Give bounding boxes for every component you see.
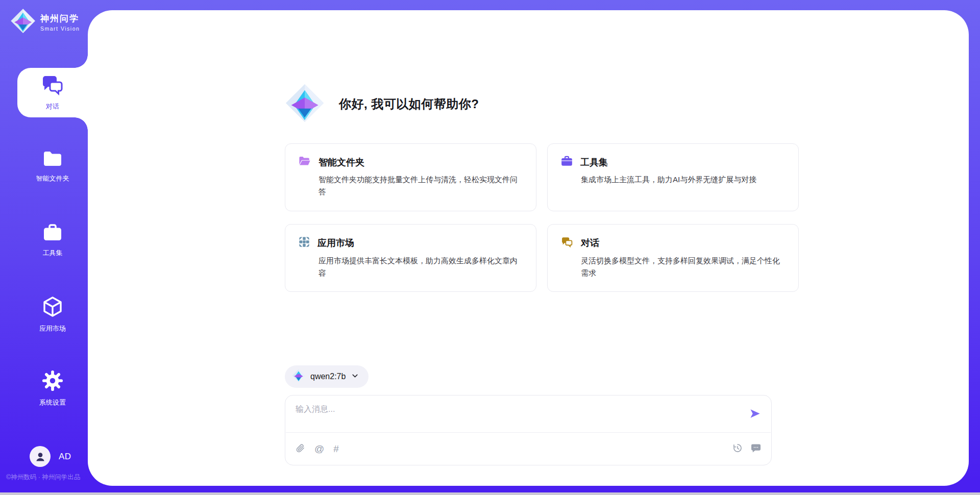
- avatar: [30, 446, 51, 467]
- sidebar-item-smart-folder[interactable]: 智能文件夹: [17, 142, 88, 191]
- sidebar-item-app-market[interactable]: 应用市场: [17, 290, 88, 339]
- new-chat-button[interactable]: [751, 443, 761, 455]
- content-column: 你好, 我可以如何帮助你? 智能文件夹 智能文件夹功能支持批量文件上传与清洗，轻…: [285, 10, 772, 486]
- greeting: 你好, 我可以如何帮助你?: [285, 83, 772, 125]
- window-bottom-edge: [0, 492, 980, 495]
- cube-icon: [42, 296, 63, 319]
- briefcase-icon: [561, 156, 573, 168]
- chevron-down-icon: [351, 372, 359, 382]
- card-title: 应用市场: [317, 237, 354, 249]
- card-title: 智能文件夹: [318, 156, 364, 168]
- history-button[interactable]: [732, 443, 743, 455]
- attach-file-button[interactable]: [296, 443, 305, 455]
- greeting-diamond-logo-icon: [285, 83, 325, 125]
- sidebar-item-label: 对话: [46, 102, 59, 111]
- brand-subtitle: Smart Vision: [40, 26, 80, 32]
- composer-toolbar: @ #: [285, 433, 771, 465]
- comment-icon: [751, 443, 761, 455]
- copyright-footer: ©神州数码 · 神州问学出品: [0, 473, 88, 492]
- briefcase-icon: [42, 224, 63, 244]
- send-button[interactable]: [749, 408, 761, 421]
- card-chat[interactable]: 对话 灵活切换多模型文件，支持多样回复效果调试，满足个性化需求: [547, 224, 799, 292]
- grid-market-icon: [299, 236, 310, 250]
- gear-icon: [42, 370, 63, 393]
- brand: 神州问学 Smart Vision: [0, 0, 88, 36]
- sidebar: 神州问学 Smart Vision 对话: [0, 0, 88, 492]
- chat-bubbles-icon: [561, 236, 573, 250]
- message-input[interactable]: [296, 405, 749, 414]
- hashtag-button[interactable]: #: [333, 444, 339, 454]
- page-title: 你好, 我可以如何帮助你?: [339, 96, 479, 112]
- card-app-market[interactable]: 应用市场 应用市场提供丰富长文本模板，助力高效生成多样化文章内容: [285, 224, 536, 292]
- app-window: 神州问学 Smart Vision 对话: [0, 0, 980, 495]
- sidebar-item-toolset[interactable]: 工具集: [17, 216, 88, 265]
- at-sign-icon: @: [314, 444, 324, 454]
- card-smart-folder[interactable]: 智能文件夹 智能文件夹功能支持批量文件上传与清洗，轻松实现文件问答: [285, 143, 536, 211]
- sidebar-item-label: 智能文件夹: [36, 174, 69, 183]
- history-clock-icon: [732, 443, 743, 455]
- main-panel: 你好, 我可以如何帮助你? 智能文件夹 智能文件夹功能支持批量文件上传与清洗，轻…: [88, 10, 969, 486]
- mention-button[interactable]: @: [314, 444, 324, 454]
- send-icon: [749, 413, 761, 421]
- user-name: AD: [59, 452, 71, 462]
- card-title: 对话: [581, 237, 599, 249]
- sidebar-nav: 对话 智能文件夹 工具集: [0, 68, 88, 438]
- user-row[interactable]: AD: [0, 446, 88, 467]
- sidebar-item-label: 系统设置: [39, 398, 66, 407]
- model-selector[interactable]: qwen2:7b: [285, 365, 369, 388]
- sidebar-item-label: 应用市场: [39, 324, 66, 333]
- model-diamond-logo-icon: [292, 369, 305, 384]
- brand-diamond-logo-icon: [10, 8, 36, 36]
- sidebar-item-chat[interactable]: 对话: [17, 68, 88, 117]
- sidebar-bottom: AD ©神州数码 · 神州问学出品: [0, 446, 88, 492]
- message-input-box: @ #: [285, 395, 772, 465]
- card-title: 工具集: [580, 156, 608, 168]
- card-description: 灵活切换多模型文件，支持多样回复效果调试，满足个性化需求: [581, 255, 785, 280]
- open-folder-icon: [299, 156, 311, 168]
- card-description: 集成市场上主流工具，助力AI与外界无缝扩展与对接: [581, 174, 785, 186]
- card-description: 智能文件夹功能支持批量文件上传与清洗，轻松实现文件问答: [318, 174, 523, 199]
- folder-icon: [42, 150, 63, 169]
- brand-name: 神州问学: [40, 13, 80, 24]
- chat-bubbles-icon: [41, 74, 64, 97]
- card-toolset[interactable]: 工具集 集成市场上主流工具，助力AI与外界无缝扩展与对接: [547, 143, 799, 211]
- feature-cards: 智能文件夹 智能文件夹功能支持批量文件上传与清洗，轻松实现文件问答: [285, 143, 772, 292]
- paperclip-icon: [296, 443, 305, 455]
- model-name: qwen2:7b: [310, 372, 346, 381]
- brand-text: 神州问学 Smart Vision: [40, 13, 80, 32]
- sidebar-item-label: 工具集: [43, 249, 63, 258]
- card-description: 应用市场提供丰富长文本模板，助力高效生成多样化文章内容: [318, 255, 523, 280]
- hash-icon: #: [333, 444, 339, 454]
- composer: qwen2:7b: [285, 365, 772, 465]
- sidebar-item-settings[interactable]: 系统设置: [17, 364, 88, 413]
